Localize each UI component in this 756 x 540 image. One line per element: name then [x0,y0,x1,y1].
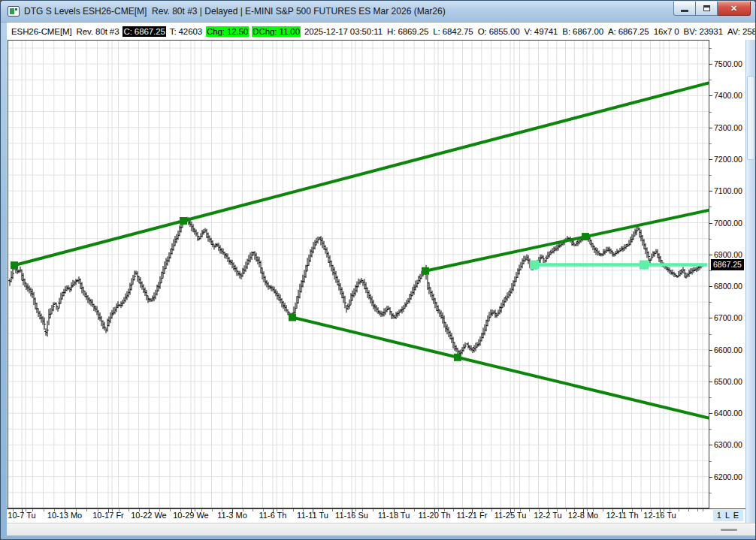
x-axis-label: 10-13 Mo [47,511,82,520]
x-axis-minor-tick [453,509,454,511]
y-axis-label: 6200.00 [714,472,742,482]
y-axis-label: 6600.00 [714,345,742,355]
x-axis-label: 11-3 Mo [217,511,247,520]
app-icon[interactable] [8,6,20,17]
close-icon: ✕ [730,4,737,14]
price-axis[interactable]: 6867.25 6200.006300.006400.006500.006600… [709,40,745,508]
x-axis-label: 10-22 We [131,511,167,520]
y-axis-minor-tick [709,239,712,240]
minimize-icon [681,10,688,12]
x-axis-minor-tick [688,509,689,511]
info-segment-6: 2025-12-17 03:50:11 [304,26,383,37]
y-axis-minor-tick [709,80,712,80]
x-axis-label: 10-17 Fr [92,511,124,520]
y-axis-minor-tick [709,143,712,144]
maximize-button[interactable] [696,2,718,16]
y-axis-label: 6400.00 [714,408,742,418]
vertical-scrollbar-thumb[interactable] [747,76,754,160]
info-segment-11: B: 6867.00 [561,26,604,37]
y-axis-tick [709,223,712,224]
y-axis-label: 6700.00 [714,312,742,323]
rising-support-line[interactable] [425,210,709,271]
y-axis-tick [709,64,712,65]
info-segment-2: C: 6867.25 [122,26,165,37]
maximize-icon [703,5,710,11]
falling-support-line-handle[interactable] [289,314,296,321]
x-axis-minor-tick [529,509,530,511]
x-axis-minor-tick [703,509,703,511]
horizontal-scrollbar[interactable] [7,523,755,535]
minimize-button[interactable] [673,2,696,16]
x-axis-minor-tick [491,509,492,511]
y-axis-label: 7000.00 [714,218,742,228]
info-segment-0: ESH26-CME[M] [11,26,73,37]
y-axis-tick [709,128,712,128]
x-axis-minor-tick [293,509,294,511]
info-segment-10: V: 49741 [524,26,559,37]
x-axis-label: 11-25 Tu [494,511,527,520]
y-axis-label: 7100.00 [714,186,742,196]
title-bar[interactable]: DTG S Levels ESH26-CME[M] Rev. 80t #3 | … [1,1,755,23]
y-axis-tick [709,159,712,160]
info-segment-9: O: 6855.00 [477,26,521,37]
y-axis-tick [709,95,712,96]
x-axis-minor-tick [697,509,698,511]
current-price-line-handle[interactable] [530,261,539,270]
y-axis-minor-tick [709,366,712,367]
x-axis-label: 11-6 Th [259,511,287,520]
rising-support-line-handle[interactable] [582,233,589,240]
info-segment-1: Rev. 80t #3 [76,26,120,37]
chart-canvas[interactable] [7,40,709,508]
y-axis-label: 7300.00 [714,122,742,133]
chart-client-area: ESH26-CME[M]Rev. 80t #3C: 6867.25T: 4260… [7,23,755,535]
y-axis-minor-tick [709,461,712,462]
y-axis-minor-tick [709,112,712,113]
y-axis-tick [709,318,712,318]
y-axis-tick [709,477,712,478]
x-axis-minor-tick [414,509,415,511]
info-segment-5: DChg: 11.00 [252,26,301,37]
x-axis-minor-tick [373,509,373,511]
x-axis-label: 11-11 Tu [297,511,328,520]
y-axis-minor-tick [709,302,712,303]
falling-support-line-handle[interactable] [454,354,461,361]
y-axis-tick [709,286,712,287]
x-axis-minor-tick [603,509,603,511]
x-axis-label: 11-20 Th [418,511,450,520]
price-chart-plot[interactable] [7,40,709,508]
info-segment-12: A: 6867.25 [607,26,650,37]
y-axis-label: 7200.00 [714,154,742,164]
y-axis-tick [709,255,712,255]
upper-channel-line-handle[interactable] [11,261,18,269]
x-axis-label: 12-16 Tu [643,511,676,520]
horizontal-scrollbar-grip[interactable] [721,529,737,531]
x-axis-minor-tick [170,509,171,511]
x-axis-minor-tick [332,509,333,511]
symbol-info-bar: ESH26-CME[M]Rev. 80t #3C: 6867.25T: 4260… [7,23,755,40]
y-axis-minor-tick [709,48,712,49]
y-axis-minor-tick [709,175,712,176]
y-axis-label: 6500.00 [714,376,742,387]
app-window: DTG S Levels ESH26-CME[M] Rev. 80t #3 | … [0,0,756,540]
rising-support-line-handle[interactable] [422,267,429,275]
x-axis-minor-tick [44,509,44,511]
window-controls: ✕ [673,2,751,16]
y-axis-tick [709,382,712,382]
chart-mode-indicator: 1 L E [713,510,743,521]
x-axis-label: 11-18 Tu [378,511,410,520]
x-axis-minor-tick [212,509,213,511]
date-axis[interactable]: 1 L E 10-7 Tu10-13 Mo10-17 Fr10-22 We10-… [7,508,745,523]
close-button[interactable]: ✕ [718,2,751,16]
y-axis-tick [709,350,712,351]
x-axis-minor-tick [86,509,87,511]
upper-channel-line-handle[interactable] [180,217,187,225]
chart-main: 6867.25 6200.006300.006400.006500.006600… [7,40,755,523]
current-price-line-handle[interactable] [640,261,649,270]
y-axis-tick [709,191,712,192]
vertical-scrollbar[interactable] [745,40,755,523]
y-axis-minor-tick [709,429,712,430]
y-axis-minor-tick [709,397,712,398]
y-axis-label: 6300.00 [714,439,742,450]
x-axis-minor-tick [566,509,567,511]
x-axis-label: 12-8 Mo [568,511,598,520]
